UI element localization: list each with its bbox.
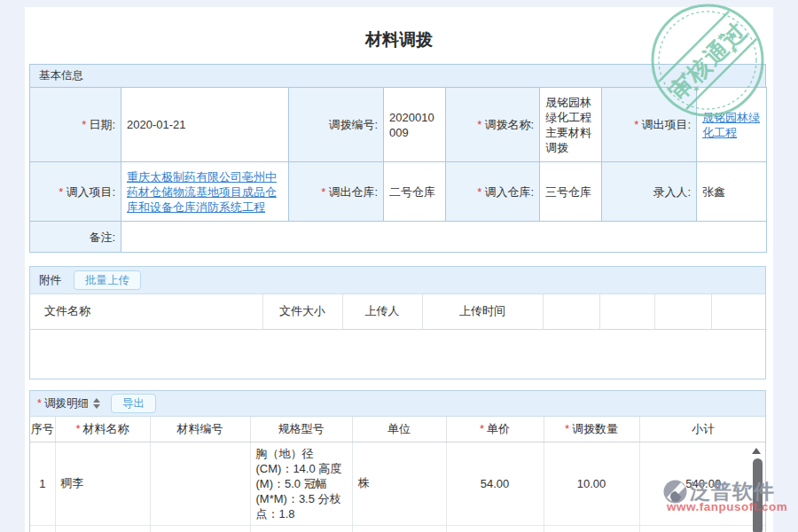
sort-down-icon bbox=[93, 404, 100, 409]
required-asterisk: * bbox=[75, 422, 80, 435]
row-material-name: 稠李 bbox=[55, 442, 150, 525]
out-warehouse-label-cell: *调出仓库: bbox=[289, 162, 384, 222]
transfer-no-label-cell: 调拨编号: bbox=[289, 88, 384, 162]
col-subtotal: 小计 bbox=[639, 417, 766, 442]
transfer-details-title: 调拨明细 bbox=[44, 396, 89, 411]
row-subtotal: 540.00 bbox=[639, 442, 766, 525]
required-asterisk: * bbox=[565, 422, 569, 435]
row-spec bbox=[250, 525, 352, 532]
col-empty bbox=[654, 294, 711, 329]
transfer-details-header: * 调拨明细 导出 bbox=[30, 391, 765, 417]
row-unit: 株 bbox=[352, 525, 446, 532]
required-asterisk: * bbox=[477, 185, 481, 199]
attachments-empty-body bbox=[30, 330, 765, 379]
content-card: 材料调拨 基本信息 *日期: 2020-01-21 调拨编号: 20200100… bbox=[25, 7, 773, 532]
date-value: 2020-01-21 bbox=[121, 88, 289, 162]
col-seq: 序号 bbox=[30, 417, 55, 442]
transfer-name-label-cell: *调拨名称: bbox=[446, 88, 540, 162]
scrollbar-up-icon[interactable] bbox=[752, 448, 761, 454]
transfer-name-value: 晟铭园林绿化工程主要材料调拨 bbox=[540, 88, 602, 162]
col-uploader: 上传人 bbox=[342, 294, 422, 329]
out-project-label-cell: *调出项目: bbox=[602, 88, 697, 162]
col-qty: *调拨数量 bbox=[544, 417, 639, 442]
export-button[interactable]: 导出 bbox=[111, 394, 156, 413]
table-row: 2 丛生五角枫 株 78.00 15.00 1,170.00 bbox=[30, 525, 766, 532]
basic-info-panel: 基本信息 *日期: 2020-01-21 调拨编号: 2020010009 *调… bbox=[29, 64, 766, 253]
transfer-details-table: 序号 *材料名称 材料编号 规格型号 单位 *单价 *调拨数量 小计 1 稠李 … bbox=[30, 417, 766, 532]
row-material-code bbox=[150, 442, 250, 525]
col-price: *单价 bbox=[446, 417, 544, 442]
transfer-details-panel: * 调拨明细 导出 序号 *材料名称 材料编号 规格型号 单位 *单价 *调拨数… bbox=[29, 390, 766, 532]
sort-up-icon bbox=[93, 398, 100, 403]
col-unit: 单位 bbox=[352, 417, 446, 442]
col-file-size: 文件大小 bbox=[262, 294, 342, 329]
out-project-cell: 晟铭园林绿化工程 bbox=[697, 88, 767, 162]
col-material-code: 材料编号 bbox=[150, 417, 250, 442]
row-seq: 1 bbox=[30, 442, 55, 525]
recorder-value: 张鑫 bbox=[697, 162, 767, 222]
col-upload-time: 上传时间 bbox=[422, 294, 543, 329]
required-asterisk: * bbox=[480, 422, 484, 435]
date-label-cell: *日期: bbox=[30, 88, 121, 162]
required-asterisk: * bbox=[634, 118, 638, 131]
batch-upload-button[interactable]: 批量上传 bbox=[74, 270, 141, 290]
out-warehouse-value: 二号仓库 bbox=[384, 162, 446, 222]
transfer-no-value: 2020010009 bbox=[384, 88, 446, 162]
row-qty: 10.00 bbox=[544, 442, 639, 525]
in-warehouse-value: 三号仓库 bbox=[540, 162, 602, 222]
remark-label-cell: 备注: bbox=[30, 222, 121, 253]
table-row: 1 稠李 胸（地）径(CM)：14.0 高度(M)：5.0 冠幅(M*M)：3.… bbox=[30, 442, 766, 525]
row-material-code bbox=[150, 525, 250, 532]
page-title: 材料调拨 bbox=[25, 28, 773, 51]
scrollbar-thumb[interactable] bbox=[753, 458, 763, 532]
required-asterisk: * bbox=[477, 118, 481, 131]
remark-value bbox=[121, 222, 767, 253]
row-subtotal: 1,170.00 bbox=[639, 525, 766, 532]
col-file-name: 文件名称 bbox=[30, 294, 262, 329]
row-seq: 2 bbox=[30, 525, 55, 532]
out-project-link[interactable]: 晟铭园林绿化工程 bbox=[702, 111, 760, 139]
recorder-label-cell: 录入人: bbox=[602, 162, 697, 222]
required-asterisk: * bbox=[59, 185, 63, 199]
col-empty bbox=[543, 294, 599, 329]
attachments-panel: 附件 批量上传 文件名称 文件大小 上传人 上传时间 bbox=[29, 266, 766, 379]
attachments-table: 文件名称 文件大小 上传人 上传时间 bbox=[30, 294, 767, 330]
in-warehouse-label-cell: *调入仓库: bbox=[446, 162, 540, 222]
row-price: 54.00 bbox=[446, 442, 544, 525]
attachments-header: 附件 批量上传 bbox=[30, 267, 765, 294]
col-material-name: *材料名称 bbox=[55, 417, 150, 442]
col-spec: 规格型号 bbox=[250, 417, 352, 442]
row-price: 78.00 bbox=[446, 525, 544, 532]
in-project-cell: 重庆太极制药有限公司亳州中药材仓储物流基地项目成品仓库和设备仓库消防系统工程 bbox=[121, 162, 289, 222]
attachments-title: 附件 bbox=[39, 273, 61, 288]
basic-info-table: *日期: 2020-01-21 调拨编号: 2020010009 *调拨名称: … bbox=[29, 87, 767, 253]
in-project-label-cell: *调入项目: bbox=[30, 162, 121, 222]
row-spec: 胸（地）径(CM)：14.0 高度(M)：5.0 冠幅(M*M)：3.5 分枝点… bbox=[250, 442, 352, 525]
row-unit: 株 bbox=[352, 442, 446, 525]
basic-info-header: 基本信息 bbox=[29, 64, 766, 87]
col-empty bbox=[599, 294, 654, 329]
col-empty bbox=[711, 294, 767, 329]
row-material-name[interactable]: 丛生五角枫 bbox=[55, 525, 150, 532]
required-asterisk: * bbox=[37, 397, 42, 410]
row-qty: 15.00 bbox=[544, 525, 639, 532]
basic-info-title: 基本信息 bbox=[39, 68, 83, 83]
in-project-link[interactable]: 重庆太极制药有限公司亳州中药材仓储物流基地项目成品仓库和设备仓库消防系统工程 bbox=[127, 170, 277, 214]
required-asterisk: * bbox=[82, 118, 86, 131]
required-asterisk: * bbox=[321, 185, 325, 199]
sort-icon[interactable] bbox=[93, 398, 100, 409]
